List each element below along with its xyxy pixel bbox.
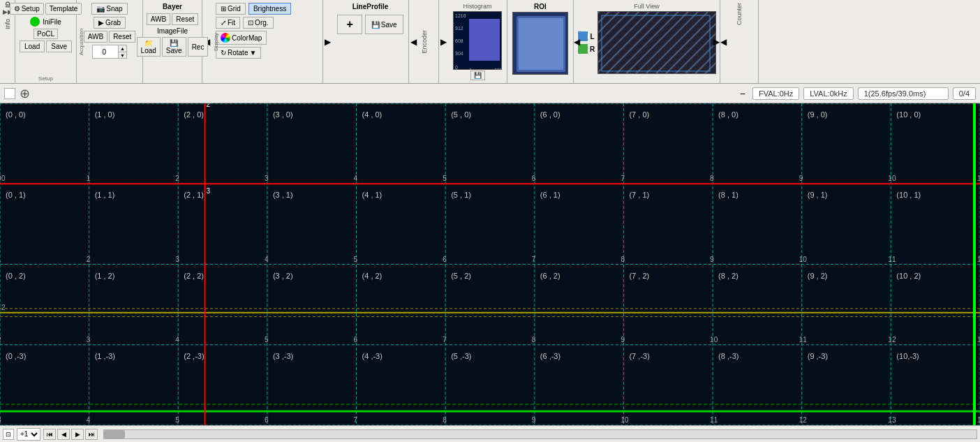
rotate-button[interactable]: ↻ Rotate ▼: [216, 47, 261, 59]
imagefile-load-button[interactable]: 📁 Load: [137, 37, 161, 57]
bottom-bar: ⊡ +1 +2 +3 +4 ⏮ ◀ ▶ ⏭: [0, 425, 980, 442]
roi-thumbnail: [513, 13, 568, 75]
brightness-button[interactable]: Brightness: [248, 3, 291, 15]
zoom-indicator: ⊡: [3, 429, 14, 440]
svg-text:0: 0: [455, 65, 458, 70]
setup-load-button[interactable]: Load: [20, 40, 45, 52]
rec-button[interactable]: Rec: [188, 37, 209, 57]
lineprofile-save-button[interactable]: 💾 Save: [365, 15, 403, 34]
setup-save-button[interactable]: Save: [46, 40, 72, 52]
counter-label: Counter: [736, 3, 743, 25]
grid-overlay: [0, 103, 980, 425]
encoder-label: Encoder: [421, 30, 428, 54]
counter-input[interactable]: [93, 45, 118, 58]
histogram-chart: 1216 912 608 304 0 255 0: [454, 12, 502, 70]
crosshair-tool[interactable]: ⊕: [20, 87, 30, 100]
lineprofile-label: LineProfile: [352, 3, 389, 10]
reset-button[interactable]: Reset: [109, 31, 135, 43]
snap-button[interactable]: 📷 Snap: [91, 3, 127, 15]
org-icon: ⊡: [248, 19, 253, 27]
bayer-section: Bayer AWB Reset ImageFile 📁 Load 💾 Save …: [143, 0, 202, 83]
imagefile-label: ImageFile: [157, 27, 188, 35]
spin-up-btn[interactable]: ▲: [118, 45, 126, 52]
awb2-button[interactable]: AWB: [147, 13, 170, 25]
horizontal-scrollbar[interactable]: [103, 429, 977, 439]
display-nav-right[interactable]: ▶: [323, 0, 332, 83]
histogram-save-button[interactable]: 💾: [470, 71, 485, 80]
setup-button[interactable]: ⚙ Setup: [10, 3, 44, 15]
encoder-nav-right[interactable]: ▶: [439, 0, 448, 83]
svg-text:255: 255: [494, 68, 502, 70]
fraction-display: 0/4: [953, 87, 976, 100]
counter-nav-left[interactable]: ◀: [720, 37, 727, 47]
grid-button[interactable]: ⊞ Grid: [216, 3, 246, 15]
snap-icon: 📷: [96, 5, 105, 13]
imagefile-save-button[interactable]: 💾 Save: [162, 37, 186, 57]
fval-display: FVAL:0Hz: [752, 87, 799, 100]
nav-prev-button[interactable]: ◀: [57, 429, 70, 440]
counter-section: ◀ Counter: [720, 0, 759, 83]
histogram-label: Histogram: [463, 3, 491, 10]
svg-text:912: 912: [455, 26, 463, 31]
lineprofile-section: LineProfile + 💾 Save: [332, 0, 409, 83]
roi-section: ROI: [507, 0, 574, 83]
encoder-nav-left[interactable]: ◀: [409, 0, 418, 83]
fit-button[interactable]: ⤢ Fit: [216, 17, 240, 29]
org-button[interactable]: ⊡ Org.: [243, 17, 273, 29]
fullview-label: Full View: [634, 3, 659, 10]
fullview-nav-right[interactable]: ▶: [713, 37, 720, 47]
setup-section-label: Setup: [38, 75, 53, 82]
nav-first-button[interactable]: ⏮: [43, 429, 56, 440]
display-section: ⊞ Grid Brightness ⤢ Fit ⊡ Org. ColorMap: [211, 0, 323, 83]
zoom-select[interactable]: +1 +2 +3 +4: [17, 428, 40, 441]
bayer-label: Bayer: [163, 3, 182, 10]
grab-icon: ▶: [98, 19, 104, 27]
gear-icon: ⚙: [14, 5, 20, 13]
save-file-icon: 💾: [170, 39, 178, 47]
r-label: R: [590, 45, 595, 53]
lineprofile-add-button[interactable]: +: [337, 15, 362, 34]
green-indicator: [30, 17, 40, 27]
svg-rect-10: [519, 18, 563, 70]
nav-play-button[interactable]: ▶: [71, 429, 84, 440]
fullview-section: ◀ ▶ Full View L R: [574, 0, 720, 83]
nav-next-button[interactable]: ⏭: [85, 429, 98, 440]
spin-down-btn[interactable]: ▼: [118, 52, 126, 58]
checkbox-icon[interactable]: [4, 88, 15, 99]
fit-icon: ⤢: [221, 19, 226, 27]
grid-icon: ⊞: [221, 5, 226, 13]
acquisition-section-label: Acquisition: [78, 28, 84, 55]
roi-label: ROI: [534, 3, 547, 10]
display-section-label: Display: [213, 32, 219, 50]
awb-button[interactable]: AWB: [84, 31, 107, 43]
pocl-label: PoCL: [34, 29, 58, 39]
reset2-button[interactable]: Reset: [172, 13, 198, 25]
svg-rect-13: [598, 12, 716, 74]
rotate-icon: ↻: [221, 49, 226, 57]
minus-button[interactable]: −: [737, 88, 748, 99]
info-label: Info: [4, 19, 11, 29]
colormap-button[interactable]: ColorMap: [216, 31, 267, 45]
bottom-nav-buttons: ⏮ ◀ ▶ ⏭: [43, 429, 98, 440]
main-canvas-area: [0, 103, 980, 425]
fps-display: 1(25.6fps/39.0ms): [858, 87, 949, 100]
svg-text:1216: 1216: [455, 13, 466, 18]
iniclue-label: IniFile: [43, 18, 61, 26]
setup-section: ⚙ Setup Template IniFile PoCL Load Save …: [15, 0, 77, 83]
rotate-dropdown-icon: ▼: [249, 49, 256, 57]
acquisition-section: 📷 Snap ▶ Grab AWB Reset ▲ ▼: [77, 0, 143, 83]
folder-icon: 📁: [144, 39, 153, 47]
svg-text:608: 608: [455, 38, 463, 43]
lineprofile-save-icon: 💾: [371, 21, 380, 29]
svg-text:0: 0: [469, 68, 472, 70]
grab-button[interactable]: ▶ Grab: [94, 17, 126, 29]
colormap-icon: [221, 33, 230, 43]
fullview-thumbnail: [598, 12, 716, 74]
fullview-nav-left[interactable]: ◀: [574, 37, 580, 47]
histogram-section: Histogram 1216 912 608 304 0 255 0: [448, 0, 507, 83]
encoder-section: Encoder: [418, 0, 439, 83]
histogram-save-icon: 💾: [474, 72, 482, 79]
status-bar: ⊕ − FVAL:0Hz LVAL:0kHz 1(25.6fps/39.0ms)…: [0, 84, 980, 103]
l-label: L: [590, 33, 594, 40]
lval-display: LVAL:0kHz: [803, 87, 853, 100]
